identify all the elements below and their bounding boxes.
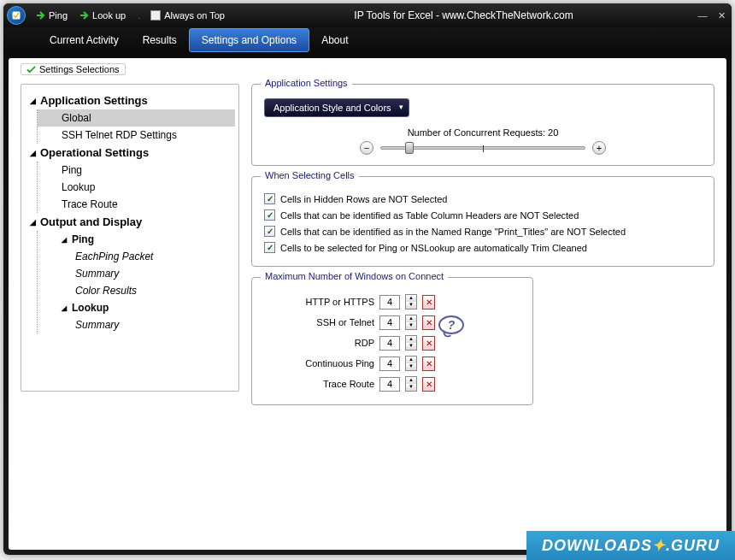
cont-ping-label: Continuous Ping bbox=[264, 358, 374, 368]
settings-selections-label: Settings Selections bbox=[21, 63, 126, 75]
content-area: Settings Selections ◢Application Setting… bbox=[9, 58, 726, 550]
checkbox-print-titles[interactable] bbox=[264, 226, 275, 237]
tree-summary-ping[interactable]: Summary bbox=[38, 265, 235, 282]
settings-selections-text: Settings Selections bbox=[39, 64, 120, 74]
tree-out-ping[interactable]: ◢Ping bbox=[38, 231, 235, 248]
watermark-b: .GURU bbox=[666, 537, 720, 554]
window-title: IP Tools for Excel - www.CheckTheNetwork… bbox=[232, 9, 696, 21]
slider-tick bbox=[483, 145, 484, 152]
concurrent-requests-slider[interactable]: − + bbox=[264, 141, 702, 155]
tree-out-lookup[interactable]: ◢Lookup bbox=[38, 299, 235, 316]
checkbox-trim-cleaned[interactable] bbox=[264, 242, 275, 253]
ssh-spinner[interactable]: ▲▼ bbox=[405, 315, 417, 330]
http-delete-button[interactable]: ✕ bbox=[422, 295, 435, 309]
tab-current-activity[interactable]: Current Activity bbox=[38, 29, 131, 51]
trace-spinner[interactable]: ▲▼ bbox=[405, 376, 417, 392]
tree-global[interactable]: Global bbox=[38, 109, 235, 127]
lookup-button[interactable]: Look up bbox=[74, 9, 131, 22]
titlebar: Ping Look up . Always on Top IP Tools fo… bbox=[3, 3, 732, 27]
tree-summary-lookup[interactable]: Summary bbox=[38, 316, 235, 333]
max-windows-group: Maximum Number of Windows on Connect ? H… bbox=[251, 277, 533, 405]
watermark: DOWNLOADS✦.GURU bbox=[526, 531, 735, 560]
always-on-top-toggle[interactable]: Always on Top bbox=[145, 9, 230, 22]
arrow-right-icon bbox=[79, 10, 90, 21]
rdp-label: RDP bbox=[264, 338, 374, 348]
separator: . bbox=[138, 10, 140, 21]
spin-down-icon[interactable]: ▼ bbox=[406, 363, 416, 370]
watermark-a: DOWNLOADS bbox=[542, 537, 652, 554]
label-print-titles: Cells that can be identified as in the N… bbox=[280, 227, 626, 237]
cont-ping-input[interactable] bbox=[379, 357, 400, 371]
checkbox-column-headers[interactable] bbox=[264, 209, 275, 221]
lookup-label: Look up bbox=[92, 10, 126, 21]
ssh-label: SSH or Telnet bbox=[264, 317, 374, 327]
slider-plus-button[interactable]: + bbox=[592, 141, 606, 155]
spin-down-icon[interactable]: ▼ bbox=[406, 343, 416, 350]
pin-icon bbox=[150, 10, 161, 21]
when-selecting-cells-label: When Selecting Cells bbox=[261, 170, 359, 180]
label-column-headers: Cells that can be identified as Table Co… bbox=[280, 210, 579, 221]
http-label: HTTP or HTTPS bbox=[264, 297, 374, 307]
tree-ssh-telnet-rdp[interactable]: SSH Telnet RDP Settings bbox=[38, 127, 235, 144]
spin-up-icon[interactable]: ▲ bbox=[406, 315, 416, 322]
trace-input[interactable] bbox=[379, 377, 400, 392]
http-spinner[interactable]: ▲▼ bbox=[405, 294, 417, 309]
tab-about[interactable]: About bbox=[309, 29, 360, 51]
spin-up-icon[interactable]: ▲ bbox=[406, 295, 416, 302]
tab-settings[interactable]: Settings and Options bbox=[189, 28, 309, 52]
tree-ping[interactable]: Ping bbox=[38, 162, 235, 179]
slider-track[interactable] bbox=[380, 146, 585, 150]
arrow-right-icon bbox=[36, 10, 46, 21]
concurrent-requests-label: Number of Concurrent Requests: 20 bbox=[264, 127, 702, 138]
spin-up-icon[interactable]: ▲ bbox=[406, 336, 416, 343]
cont-ping-delete-button[interactable]: ✕ bbox=[422, 357, 435, 371]
tab-bar: Current Activity Results Settings and Op… bbox=[3, 27, 732, 53]
tab-results[interactable]: Results bbox=[131, 29, 189, 51]
spin-up-icon[interactable]: ▲ bbox=[406, 357, 416, 363]
tree-lookup[interactable]: Lookup bbox=[38, 179, 235, 196]
app-icon bbox=[7, 6, 26, 25]
label-trim-cleaned: Cells to be selected for Ping or NSLooku… bbox=[280, 243, 587, 253]
slider-minus-button[interactable]: − bbox=[360, 141, 373, 155]
close-button[interactable]: ✕ bbox=[714, 10, 728, 21]
application-settings-label: Application Settings bbox=[261, 78, 352, 88]
tree-color-results[interactable]: Color Results bbox=[38, 282, 235, 299]
ssh-delete-button[interactable]: ✕ bbox=[422, 315, 435, 330]
checkbox-hidden-rows[interactable] bbox=[264, 193, 275, 204]
cont-ping-spinner[interactable]: ▲▼ bbox=[405, 356, 417, 371]
tree-app-settings[interactable]: ◢Application Settings bbox=[25, 91, 235, 109]
when-selecting-cells-group: When Selecting Cells Cells in Hidden Row… bbox=[251, 176, 714, 267]
rdp-input[interactable] bbox=[379, 336, 400, 351]
slider-thumb[interactable] bbox=[405, 142, 414, 154]
label-hidden-rows: Cells in Hidden Rows are NOT Selected bbox=[280, 194, 447, 204]
max-windows-label: Maximum Number of Windows on Connect bbox=[261, 271, 448, 281]
spin-up-icon[interactable]: ▲ bbox=[406, 377, 416, 384]
tree-trace-route[interactable]: Trace Route bbox=[38, 196, 235, 213]
rdp-spinner[interactable]: ▲▼ bbox=[405, 335, 417, 351]
style-colors-dropdown[interactable]: Application Style and Colors bbox=[264, 98, 409, 117]
spin-down-icon[interactable]: ▼ bbox=[406, 384, 416, 391]
check-icon bbox=[26, 65, 36, 74]
settings-tree[interactable]: ◢Application Settings Global SSH Telnet … bbox=[21, 84, 239, 392]
trace-label: Trace Route bbox=[264, 379, 374, 389]
help-icon[interactable]: ? bbox=[438, 315, 464, 334]
minimize-button[interactable]: — bbox=[696, 10, 709, 21]
ping-button[interactable]: Ping bbox=[31, 9, 73, 22]
spin-down-icon[interactable]: ▼ bbox=[406, 302, 416, 309]
right-panel: Application Settings Application Style a… bbox=[251, 84, 714, 538]
http-input[interactable] bbox=[379, 295, 400, 309]
tree-each-ping-packet[interactable]: EachPing Packet bbox=[38, 248, 235, 265]
always-on-top-label: Always on Top bbox=[164, 10, 225, 21]
tree-output-display[interactable]: ◢Output and Display bbox=[25, 213, 235, 231]
trace-delete-button[interactable]: ✕ bbox=[422, 377, 435, 392]
application-settings-group: Application Settings Application Style a… bbox=[251, 84, 714, 166]
tree-operational-settings[interactable]: ◢Operational Settings bbox=[25, 144, 235, 162]
rdp-delete-button[interactable]: ✕ bbox=[422, 336, 435, 351]
app-window: Ping Look up . Always on Top IP Tools fo… bbox=[3, 3, 732, 555]
ping-label: Ping bbox=[49, 10, 68, 21]
spin-down-icon[interactable]: ▼ bbox=[406, 322, 416, 329]
ssh-input[interactable] bbox=[379, 315, 400, 330]
